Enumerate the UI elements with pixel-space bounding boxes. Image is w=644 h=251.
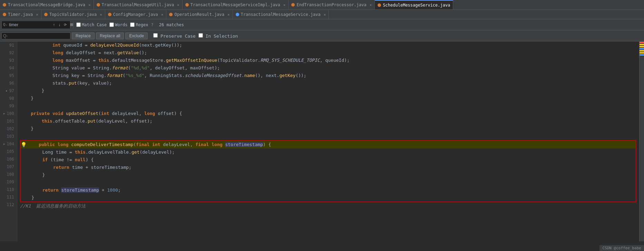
tab-label: ScheduleMessageService.java: [383, 3, 450, 8]
fold-icon[interactable]: ▸: [3, 110, 5, 117]
tab-label: TopicValidator.java: [49, 12, 97, 17]
preserve-case-checkbox[interactable]: [153, 33, 158, 38]
regex-checkbox[interactable]: [130, 22, 135, 27]
tab-bar-second: Timer.java × TopicValidator.java × Confi…: [0, 10, 644, 19]
close-icon[interactable]: ×: [161, 12, 164, 17]
tab-label: TransactionalMessageUtil.java: [102, 2, 174, 7]
tab-ConfigManager[interactable]: ConfigManager.java ×: [105, 10, 167, 19]
tab-Timer[interactable]: Timer.java ×: [0, 10, 41, 19]
code-line-111: }: [21, 194, 636, 202]
preserve-case-text: Preserve Case: [160, 33, 196, 39]
replace-button[interactable]: Replace: [72, 32, 95, 39]
code-line-106: if (time != null) {: [21, 156, 636, 164]
code-line-101: this.offsetTable.put(delayLevel, offset)…: [20, 117, 636, 125]
warning-mark: [640, 44, 644, 45]
tab-TransactionalMessageService[interactable]: TransactionalMessageService.java ×: [233, 10, 329, 19]
line-102: 102: [3, 125, 14, 133]
tab-label: TransactionalMessageBridge.java: [8, 2, 85, 7]
tab-icon-c: [3, 3, 6, 7]
line-108: 108: [3, 171, 14, 178]
close-icon[interactable]: ×: [100, 12, 102, 17]
close-icon[interactable]: ×: [177, 3, 179, 7]
line-105: 105: [3, 148, 14, 155]
replace-input[interactable]: [3, 33, 69, 38]
search-options: Match Case Words Regex ? 26 matches: [76, 22, 184, 27]
replace-bar: Replace Replace all Exclude Preserve Cas…: [0, 30, 644, 41]
close-icon[interactable]: ×: [283, 3, 286, 7]
match-case-label[interactable]: Match Case: [76, 22, 107, 27]
search-mark-2: [640, 54, 644, 56]
code-line-97: }: [20, 87, 636, 95]
tab-icon-c: [378, 3, 381, 7]
regex-label[interactable]: Regex: [130, 22, 148, 27]
in-selection-checkbox[interactable]: [198, 33, 203, 38]
close-icon[interactable]: ×: [227, 12, 230, 17]
line-104: ▸104: [3, 140, 14, 148]
code-line-110: return storeTimestamp + 1000;: [21, 186, 636, 194]
code-line-96: stats.put(key, value);: [20, 79, 636, 87]
tab-icon-c: [97, 3, 100, 7]
line-numbers: 91 92 93 94 95 96 ▸97 98 99 ▸100 101 102…: [0, 41, 17, 241]
tab-TopicValidator[interactable]: TopicValidator.java ×: [41, 10, 105, 19]
tab-TransactionalMessageServiceImpl[interactable]: TransactionalMessageServiceImpl.java ×: [183, 0, 289, 10]
exclude-button[interactable]: Exclude: [125, 32, 148, 39]
line-95: 95: [3, 72, 14, 79]
line-103: 103: [3, 133, 14, 140]
search-input[interactable]: [9, 22, 50, 27]
match-case-checkbox[interactable]: [76, 22, 81, 27]
close-icon[interactable]: ×: [88, 3, 91, 7]
prev-match-button[interactable]: ↑: [52, 22, 56, 28]
close-icon[interactable]: ×: [370, 3, 372, 7]
tab-icon-c: [44, 13, 48, 16]
right-gutter: [639, 41, 644, 241]
close-icon[interactable]: ×: [324, 12, 326, 17]
code-area: 91 92 93 94 95 96 ▸97 98 99 ▸100 101 102…: [0, 41, 644, 241]
search-mark: [640, 48, 644, 49]
fold-icon[interactable]: ▸: [6, 87, 8, 95]
tab-ScheduleMessageService[interactable]: ScheduleMessageService.java: [375, 0, 453, 10]
line-100: ▸100: [3, 110, 14, 117]
tab-label: Timer.java: [8, 12, 33, 17]
tab-label: TransactionalMessageServiceImpl.java: [191, 2, 280, 7]
next-match-button[interactable]: ↓: [57, 22, 61, 28]
fold-icon[interactable]: ▸: [3, 140, 5, 148]
tab-bar-top: TransactionalMessageBridge.java × Transa…: [0, 0, 644, 10]
code-line-102: }: [20, 125, 636, 133]
words-text: Words: [115, 22, 127, 27]
words-label[interactable]: Words: [109, 22, 127, 27]
line-91: 91: [3, 41, 14, 49]
tab-OperationResult[interactable]: OperationResult.java ×: [166, 10, 233, 19]
tab-TransactionalMessageUtil[interactable]: TransactionalMessageUtil.java ×: [94, 0, 183, 10]
code-content[interactable]: int queueId = delayLevel2QueueId(next.ge…: [17, 41, 639, 241]
tab-icon-c: [185, 3, 189, 7]
regex-text: Regex: [136, 22, 148, 27]
match-count: 26 matches: [159, 22, 184, 27]
close-icon[interactable]: ×: [36, 12, 38, 17]
code-line-95: String key = String.format("%s_%d", Runn…: [20, 72, 636, 79]
match-case-text: Match Case: [82, 22, 107, 27]
tab-icon-c: [169, 13, 173, 16]
warning-mark-2: [640, 46, 644, 47]
in-selection-text: In Selection: [206, 33, 238, 39]
tab-TransactionalMessageBridge[interactable]: TransactionalMessageBridge.java ×: [0, 0, 94, 10]
refresh-button[interactable]: ⟳: [63, 22, 68, 27]
highlighted-block: 💡 public long computeDeliverTimestamp(fi…: [20, 140, 636, 202]
code-line-92: long delayOffset = next.getValue();: [20, 49, 636, 57]
line-96: 96: [3, 79, 14, 87]
error-mark: [640, 42, 644, 43]
tab-icon-c: [291, 3, 295, 7]
line-112: 112: [3, 201, 14, 209]
in-selection-label[interactable]: In Selection: [198, 33, 238, 39]
tab-label: TransactionalMessageService.java: [241, 12, 321, 17]
divider: [73, 21, 74, 28]
tab-EndTransactionProcessor[interactable]: EndTransactionProcessor.java ×: [289, 0, 375, 10]
code-line-109: [21, 179, 636, 186]
help-icon[interactable]: ?: [151, 22, 154, 27]
filter-button[interactable]: ⊞: [69, 22, 74, 28]
replace-options: Preserve Case In Selection: [153, 33, 238, 39]
words-checkbox[interactable]: [109, 22, 114, 27]
preserve-case-label[interactable]: Preserve Case: [153, 33, 196, 39]
replace-all-button[interactable]: Replace all: [96, 32, 124, 39]
code-line-108: }: [21, 171, 636, 179]
tab-icon-c: [3, 13, 6, 16]
